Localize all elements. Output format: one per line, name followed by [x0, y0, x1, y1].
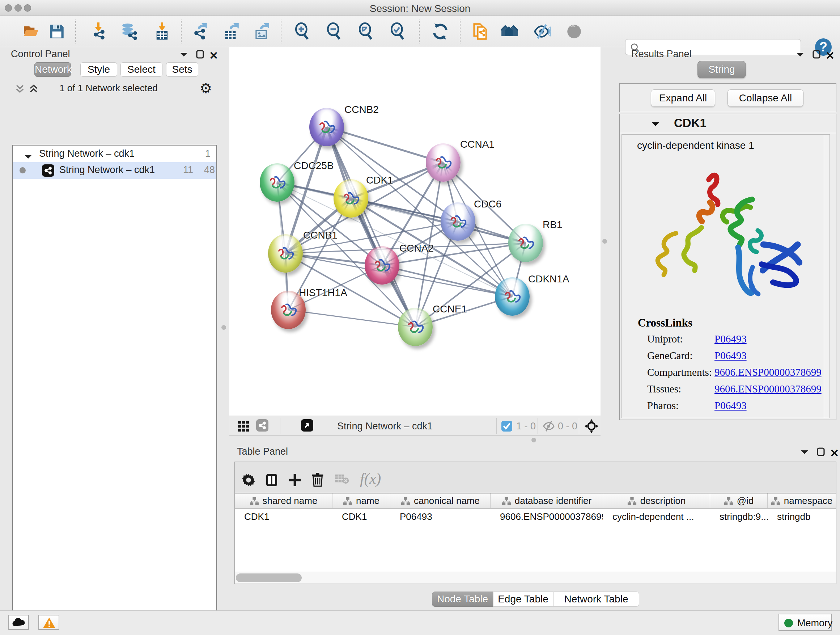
export-image-icon[interactable]: [253, 22, 271, 41]
network-node-CDK1[interactable]: [333, 179, 368, 218]
crosslink-link[interactable]: P06493: [714, 350, 747, 362]
collapse-all-tree-icon[interactable]: [14, 84, 25, 96]
column-header-description[interactable]: description: [603, 494, 710, 508]
save-session-icon[interactable]: [48, 22, 66, 41]
left-splitter-grip[interactable]: [221, 325, 226, 330]
tab-style[interactable]: Style: [80, 62, 117, 77]
network-node-CCNE1[interactable]: [398, 308, 433, 346]
show-columns-icon[interactable]: [264, 473, 279, 489]
horizontal-splitter-grip[interactable]: [531, 438, 536, 442]
crosslink-link[interactable]: P06493: [714, 400, 747, 412]
import-network-icon[interactable]: [90, 22, 109, 41]
selected-nodes-checkbox[interactable]: [501, 421, 512, 432]
tab-string[interactable]: String: [698, 61, 746, 78]
birdseye-view-icon[interactable]: [584, 418, 599, 435]
tab-node-table[interactable]: Node Table: [432, 592, 493, 607]
column-header-@id[interactable]: @id: [710, 494, 767, 508]
network-node-CCNB1[interactable]: [268, 234, 303, 272]
column-header-name[interactable]: name: [332, 494, 390, 508]
clone-network-icon[interactable]: [471, 22, 489, 41]
table-cell[interactable]: CDK1: [235, 509, 332, 524]
table-hscrollbar-thumb[interactable]: [236, 573, 302, 582]
crosslink-label: Pharos:: [647, 400, 679, 412]
float-panel-icon[interactable]: [800, 449, 809, 457]
table-hscrollbar[interactable]: [235, 572, 836, 584]
table-cell[interactable]: P06493: [390, 509, 491, 524]
close-panel-icon[interactable]: ✕: [830, 447, 839, 459]
column-header-shared-name[interactable]: shared name: [235, 494, 332, 508]
network-row-selected[interactable]: String Network – cdk1 11 48: [13, 162, 216, 179]
table-options-gear-icon[interactable]: [241, 473, 256, 489]
table-cell[interactable]: stringdb: [767, 509, 836, 524]
close-panel-icon[interactable]: ✕: [209, 49, 218, 62]
tab-edge-table[interactable]: Edge Table: [493, 592, 553, 607]
main-toolbar: ?: [0, 16, 840, 47]
expand-all-button[interactable]: Expand All: [651, 89, 715, 107]
toolbar-separator: [181, 19, 182, 43]
cloud-button[interactable]: [8, 615, 29, 630]
crosslink-link[interactable]: 9606.ENSP00000378699: [714, 366, 821, 378]
network-options-gear-icon[interactable]: ⚙: [200, 80, 212, 96]
warning-button[interactable]: [38, 615, 59, 630]
tab-sets[interactable]: Sets: [166, 62, 198, 77]
network-node-CCNB2[interactable]: [309, 108, 344, 146]
crosslink-link[interactable]: P06493: [714, 333, 747, 345]
undock-panel-icon[interactable]: [196, 50, 204, 60]
status-bar: Memory: [0, 610, 840, 635]
string-home-icon[interactable]: [501, 22, 519, 41]
zoom-out-icon[interactable]: [325, 22, 344, 41]
column-header-canonical-name[interactable]: canonical name: [390, 494, 491, 508]
network-node-CDC25B[interactable]: [260, 163, 294, 202]
network-collection-row[interactable]: String Network – cdk1 1: [13, 147, 216, 162]
open-session-icon[interactable]: [22, 22, 41, 41]
hide-selected-icon[interactable]: [532, 22, 551, 41]
zoom-selected-icon[interactable]: [389, 22, 407, 41]
zoom-fit-icon[interactable]: [357, 22, 376, 41]
float-panel-icon[interactable]: [180, 51, 188, 59]
network-node-CDC6[interactable]: [441, 203, 475, 241]
undock-panel-icon[interactable]: [813, 50, 821, 60]
network-view-icon[interactable]: [256, 419, 268, 432]
export-table-icon[interactable]: [222, 22, 240, 41]
float-panel-icon[interactable]: [796, 51, 805, 59]
crosslink-link[interactable]: 9606.ENSP00000378699: [714, 383, 821, 395]
grid-view-icon[interactable]: [237, 420, 249, 434]
table-cell[interactable]: 9606.ENSP00000378699: [491, 509, 603, 524]
refresh-icon[interactable]: [431, 22, 449, 41]
column-header-namespace[interactable]: namespace: [767, 494, 836, 508]
memory-button[interactable]: Memory: [778, 614, 832, 631]
table-cell[interactable]: stringdb:9...: [710, 509, 767, 524]
right-splitter-grip[interactable]: [602, 239, 607, 244]
network-node-CDKN1A[interactable]: [495, 277, 530, 316]
network-node-CCNA1[interactable]: [426, 143, 461, 182]
delete-column-icon[interactable]: [311, 473, 325, 489]
toolbar-separator: [538, 418, 538, 434]
import-network-from-database-icon[interactable]: [120, 22, 138, 41]
export-network-icon[interactable]: [191, 22, 209, 41]
tab-select[interactable]: Select: [120, 62, 163, 77]
toolbar-separator: [75, 19, 76, 43]
collapse-gene-icon[interactable]: [651, 120, 660, 129]
collapse-all-button[interactable]: Collapse All: [728, 89, 804, 107]
tab-network-table[interactable]: Network Table: [553, 592, 639, 607]
tab-network[interactable]: Network: [34, 62, 71, 77]
table-cell[interactable]: CDK1: [332, 509, 390, 524]
close-panel-icon[interactable]: ✕: [826, 49, 835, 62]
column-header-database-identifier[interactable]: database identifier: [491, 494, 603, 508]
undock-panel-icon[interactable]: [817, 448, 825, 458]
hidden-eye-icon[interactable]: [542, 420, 556, 433]
add-column-icon[interactable]: [287, 473, 302, 489]
collapse-collection-icon[interactable]: [24, 151, 33, 163]
function-builder-icon[interactable]: f(x): [360, 470, 381, 487]
import-table-icon[interactable]: [153, 22, 172, 41]
zoom-in-icon[interactable]: [294, 22, 312, 41]
network-node-RB1[interactable]: [508, 224, 543, 262]
network-canvas[interactable]: CCNB2CCNA1CDC25BCDK1CDC6RB1CCNB1CCNA2CDK…: [229, 47, 600, 416]
results-buttons-box: Expand All Collapse All: [619, 83, 836, 112]
network-node-CCNA2[interactable]: [365, 246, 399, 285]
detach-view-icon[interactable]: [301, 419, 313, 432]
expand-all-tree-icon[interactable]: [28, 83, 39, 95]
table-row[interactable]: CDK1CDK1P064939606.ENSP00000378699cyclin…: [235, 509, 836, 524]
results-scrollbar[interactable]: [824, 135, 829, 418]
table-cell[interactable]: cyclin-dependent ...: [603, 509, 710, 524]
